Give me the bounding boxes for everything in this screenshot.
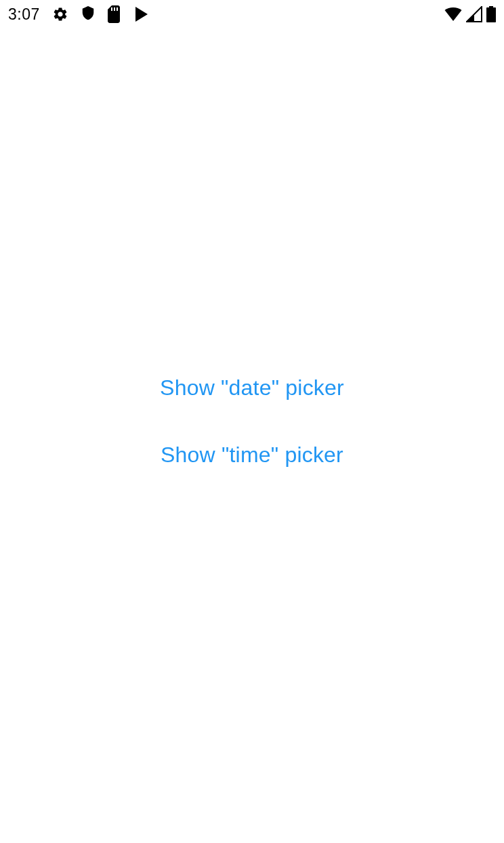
main-content: Show "date" picker Show "time" picker <box>0 0 504 843</box>
show-time-picker-button[interactable]: Show "time" picker <box>161 443 343 468</box>
show-date-picker-button[interactable]: Show "date" picker <box>160 375 344 400</box>
